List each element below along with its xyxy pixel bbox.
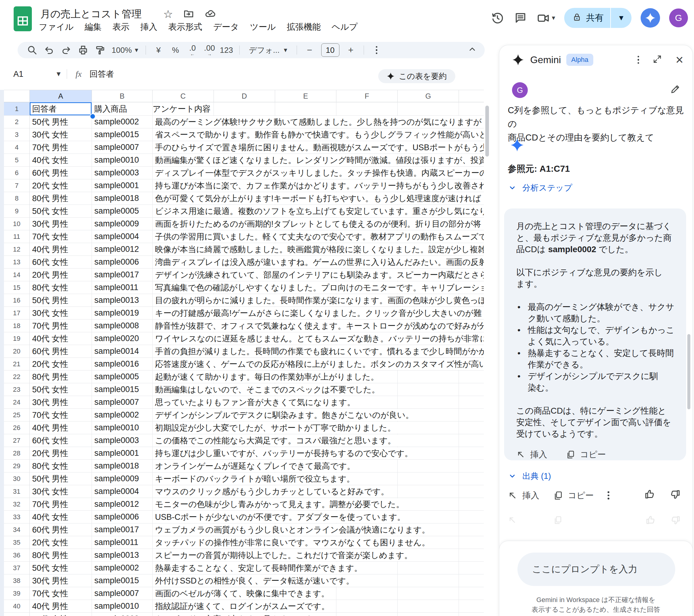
cell-A33[interactable]: 40代 女性 — [30, 511, 92, 523]
cell-G30[interactable] — [398, 472, 459, 485]
cell-D1[interactable] — [214, 102, 275, 115]
cell-partial[interactable] — [459, 434, 484, 447]
cell-A12[interactable]: 40代 男性 — [30, 243, 92, 256]
cell-A41[interactable]: 60代 女性 — [30, 613, 92, 616]
cell-B11[interactable]: sample0004 — [92, 230, 152, 243]
move-to-folder-icon[interactable] — [183, 8, 194, 20]
row-header-12[interactable]: 12 — [4, 243, 30, 256]
cell-C28[interactable]: 持ち運びは少し重いですが、バッテリーが長持ちするので安心です。 — [152, 447, 214, 460]
cell-C31[interactable]: マウスのクリック感がもう少しカチッとしていると好みです。 — [152, 485, 214, 498]
cell-A34[interactable]: 60代 男性 — [30, 523, 92, 536]
cell-G24[interactable] — [398, 396, 459, 409]
row-header-18[interactable]: 18 — [4, 320, 30, 332]
row-header-28[interactable]: 28 — [4, 447, 30, 460]
cell-A17[interactable]: 30代 女性 — [30, 307, 92, 320]
cell-A9[interactable]: 50代 女性 — [30, 205, 92, 218]
row-header-16[interactable]: 16 — [4, 294, 30, 307]
sheet-vertical-scrollbar[interactable] — [485, 106, 489, 157]
cell-C34[interactable]: ウェブカメラの画質がもう少し良いとオンライン会議が快適になります。 — [152, 523, 214, 536]
row-header-23[interactable]: 23 — [4, 383, 30, 396]
cell-C21[interactable]: 応答速度が速く、ゲームでの反応が格段に上がりました。ボタンのカスタマイズ性が高い — [152, 358, 214, 370]
cell-partial[interactable] — [459, 600, 484, 613]
row-header-11[interactable]: 11 — [4, 230, 30, 243]
cell-C4[interactable]: 手のひらサイズで置き場所に困りません。動画視聴がスムーズです。USBポートがもう… — [152, 141, 214, 154]
cell-B8[interactable]: sample0018 — [92, 192, 152, 205]
cell-B26[interactable]: sample0010 — [92, 421, 152, 434]
cell-C33[interactable]: USB-Cポートが少ないのが不便です。アダプターを使っています。 — [152, 511, 214, 523]
cell-partial[interactable] — [459, 575, 484, 587]
cell-B22[interactable]: sample0005 — [92, 370, 152, 383]
cell-A15[interactable]: 80代 女性 — [30, 281, 92, 294]
menu-item-編集[interactable]: 編集 — [85, 21, 102, 33]
row-header-31[interactable]: 31 — [4, 485, 30, 498]
row-header-39[interactable]: 39 — [4, 587, 30, 600]
menu-item-ツール[interactable]: ツール — [250, 21, 276, 33]
menu-item-表示形式[interactable]: 表示形式 — [168, 21, 202, 33]
cell-C10[interactable]: 画面を折りたためるのが画期的!タブレットとしても使えるのが便利。折り目の部分が将 — [152, 218, 214, 230]
cell-A24[interactable]: 30代 男性 — [30, 396, 92, 409]
cell-partial[interactable] — [459, 511, 484, 523]
copy-response-button[interactable]: コピー — [566, 449, 606, 460]
row-header-17[interactable]: 17 — [4, 307, 30, 320]
cell-A27[interactable]: 60代 女性 — [30, 434, 92, 447]
cell-B15[interactable]: sample0011 — [92, 281, 152, 294]
gemini-button[interactable] — [641, 8, 660, 28]
cell-A11[interactable]: 70代 女性 — [30, 230, 92, 243]
cell-C1[interactable]: アンケート内容 — [152, 102, 214, 115]
cell-C9[interactable]: ビジネス用途に最適。複数のソフトを立ち上げても安定しています。重さが少し気になり — [152, 205, 214, 218]
cell-partial[interactable] — [459, 536, 484, 549]
row-header-6[interactable]: 6 — [4, 167, 30, 179]
column-header-F[interactable]: F — [336, 90, 398, 102]
name-box[interactable]: A1▼ — [9, 70, 67, 79]
row-header-2[interactable]: 2 — [4, 115, 30, 128]
cell-C15[interactable]: 写真編集で色の確認がしやすくなりました。プロ向けのモニターです。キャリブレーショ — [152, 281, 214, 294]
cell-B28[interactable]: sample0001 — [92, 447, 152, 460]
cell-B37[interactable]: sample0002 — [92, 562, 152, 575]
cell-partial[interactable] — [459, 421, 484, 434]
row-header-41[interactable]: 41 — [4, 613, 30, 616]
cell-B17[interactable]: sample0019 — [92, 307, 152, 320]
row-header-25[interactable]: 25 — [4, 409, 30, 421]
row-header-14[interactable]: 14 — [4, 269, 30, 281]
cell-C35[interactable]: タッチパッドの操作性が非常に良いです。マウスがなくても困りません。 — [152, 536, 214, 549]
row-header-24[interactable]: 24 — [4, 396, 30, 409]
sheets-logo-icon[interactable] — [13, 6, 32, 32]
undo-button[interactable] — [41, 43, 58, 57]
cell-B31[interactable]: sample0004 — [92, 485, 152, 498]
thumbs-down-icon[interactable] — [670, 489, 681, 502]
cell-G29[interactable] — [398, 460, 459, 472]
cell-C6[interactable]: ディスプレイ一体型でデスクがスッキリしました。タッチ操作も快適。内蔵スピーカーの — [152, 167, 214, 179]
cell-A32[interactable]: 70代 男性 — [30, 498, 92, 511]
menu-item-挿入[interactable]: 挿入 — [141, 21, 158, 33]
cell-C7[interactable]: 持ち運びが本当に楽で、カフェ作業がはかどります。バッテリー持ちがもう少し改善され — [152, 179, 214, 192]
row-header-19[interactable]: 19 — [4, 332, 30, 345]
cell-A7[interactable]: 20代 女性 — [30, 179, 92, 192]
column-header-G[interactable]: G — [398, 90, 459, 102]
cell-C22[interactable]: 起動が速くて助かります。毎日の作業効率が上がりました。 — [152, 370, 214, 383]
cell-A23[interactable]: 50代 女性 — [30, 383, 92, 396]
row-header-34[interactable]: 34 — [4, 523, 30, 536]
cell-partial[interactable] — [459, 383, 484, 396]
row-header-36[interactable]: 36 — [4, 549, 30, 562]
cell-B40[interactable]: sample0010 — [92, 600, 152, 613]
row-header-20[interactable]: 20 — [4, 345, 30, 358]
panel-close-icon[interactable]: × — [676, 53, 683, 67]
row-header-29[interactable]: 29 — [4, 460, 30, 472]
row-header-1[interactable]: 1 — [4, 102, 30, 115]
cell-B36[interactable]: sample0013 — [92, 549, 152, 562]
cell-C26[interactable]: 初期設定が少し大変でしたが、サポートが丁寧で助かりました。 — [152, 421, 214, 434]
cell-G39[interactable] — [398, 587, 459, 600]
cell-B27[interactable]: sample0003 — [92, 434, 152, 447]
cell-A8[interactable]: 80代 男性 — [30, 192, 92, 205]
cell-C37[interactable]: 熱暴走することなく、安定して長時間作業ができます。 — [152, 562, 214, 575]
cell-partial[interactable] — [459, 498, 484, 511]
cell-C40[interactable]: 指紋認証が速くて、ログインがスムーズです。 — [152, 600, 214, 613]
row-header-10[interactable]: 10 — [4, 218, 30, 230]
cell-A25[interactable]: 70代 女性 — [30, 409, 92, 421]
increase-font-size-button[interactable]: + — [343, 43, 360, 57]
column-header-A[interactable]: A — [30, 90, 92, 102]
redo-button[interactable] — [58, 43, 75, 57]
cell-partial[interactable] — [459, 460, 484, 472]
cell-C3[interactable]: 省スペースで助かります。動作音も静かで快適です。もう少しグラフィック性能が高いと… — [152, 128, 214, 141]
cell-A30[interactable]: 50代 男性 — [30, 472, 92, 485]
